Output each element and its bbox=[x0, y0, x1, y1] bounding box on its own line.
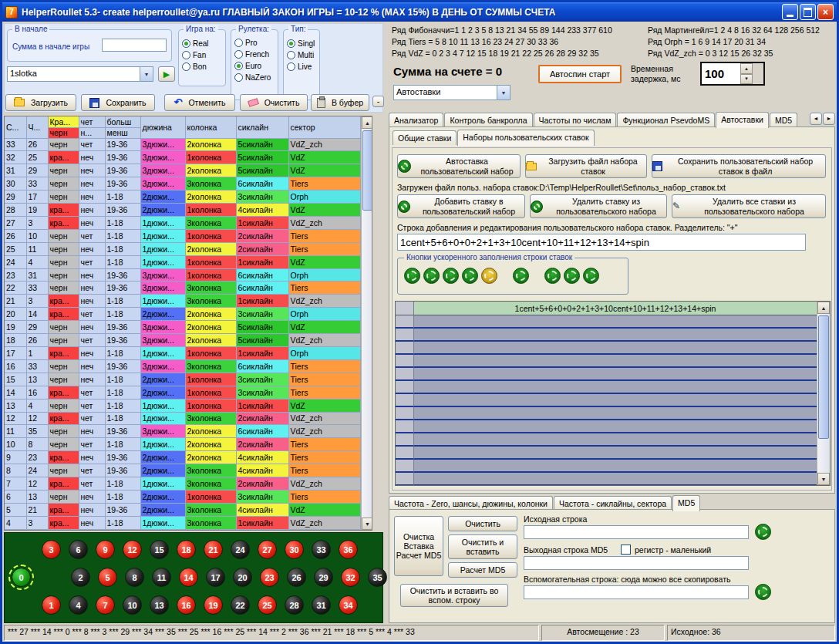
table-row[interactable]: 1513черннеч1-182дюжи...1колонка3сиклайнT… bbox=[5, 373, 360, 386]
bet-list-row[interactable] bbox=[396, 329, 817, 342]
load-button[interactable]: Загрузить bbox=[5, 94, 76, 111]
bet-list-row[interactable] bbox=[396, 473, 817, 485]
board-number-35[interactable]: 35 bbox=[368, 568, 387, 587]
tab-main-1[interactable]: Контроль банкролла bbox=[444, 113, 532, 127]
chip-button[interactable] bbox=[544, 268, 561, 284]
buffer-button[interactable]: В буфер bbox=[311, 94, 369, 111]
board-number-0[interactable]: 0 bbox=[12, 568, 31, 587]
play-button[interactable]: ▶ bbox=[158, 66, 175, 82]
tab-main-4[interactable]: Автоставки bbox=[716, 112, 769, 128]
table-row[interactable]: 1929черннеч19-363дюжи...2колонка5сиклайн… bbox=[5, 321, 360, 334]
table-row[interactable]: 3225кра...неч19-363дюжи...1колонка5сикла… bbox=[5, 151, 360, 164]
board-number-25[interactable]: 25 bbox=[258, 595, 277, 615]
column-header-1[interactable]: Ч... bbox=[26, 116, 48, 138]
board-number-13[interactable]: 13 bbox=[150, 595, 169, 615]
radio-option-multi[interactable]: Multi bbox=[287, 51, 315, 59]
board-number-33[interactable]: 33 bbox=[312, 540, 331, 559]
table-row[interactable]: 1416кра...чет1-182дюжи...1колонка3сиклай… bbox=[5, 386, 360, 399]
board-number-26[interactable]: 26 bbox=[287, 568, 306, 587]
table-row[interactable]: 2511черннеч1-181дюжи...2колонка2сиклайнT… bbox=[5, 242, 360, 255]
radio-option-singl[interactable]: Singl bbox=[287, 39, 315, 48]
tab-bottom-2[interactable]: MD5 bbox=[672, 495, 700, 511]
scroll-up-icon[interactable]: ▲ bbox=[362, 116, 373, 129]
radio-option-french[interactable]: French bbox=[234, 50, 271, 59]
radio-option-nazero[interactable]: NaZero bbox=[234, 73, 271, 82]
board-number-34[interactable]: 34 bbox=[339, 595, 358, 615]
restore-button[interactable] bbox=[800, 4, 816, 20]
column-header-8[interactable]: сектор bbox=[288, 116, 360, 138]
close-button[interactable]: × bbox=[817, 4, 834, 20]
table-row[interactable]: 712кра...чет1-181дюжи...3колонка2сиклайн… bbox=[5, 477, 360, 491]
board-number-30[interactable]: 30 bbox=[285, 540, 304, 559]
md5-helper-action-button[interactable] bbox=[755, 584, 771, 600]
board-number-21[interactable]: 21 bbox=[204, 540, 223, 559]
chip-button[interactable] bbox=[481, 268, 497, 284]
md5-helper-input[interactable] bbox=[524, 585, 749, 599]
board-number-12[interactable]: 12 bbox=[123, 540, 142, 559]
column-header-7[interactable]: сиклайн bbox=[236, 116, 288, 138]
board-number-31[interactable]: 31 bbox=[312, 595, 331, 615]
table-row[interactable]: 2014кра...чет1-182дюжи...2колонка3сиклай… bbox=[5, 308, 360, 321]
board-number-6[interactable]: 6 bbox=[69, 540, 88, 559]
chip-button[interactable] bbox=[462, 268, 478, 284]
tab-main-2[interactable]: Частоты по числам bbox=[534, 113, 617, 127]
table-row[interactable]: 1633черннеч19-363дюжи...3колонка6сиклайн… bbox=[5, 359, 360, 373]
md5-output-input[interactable] bbox=[524, 556, 749, 570]
column-header-0[interactable]: С... bbox=[5, 116, 26, 138]
board-number-29[interactable]: 29 bbox=[314, 568, 333, 587]
board-number-27[interactable]: 27 bbox=[258, 540, 277, 559]
board-number-2[interactable]: 2 bbox=[71, 568, 90, 587]
tab-main-3[interactable]: Функционал PsevdoMS bbox=[617, 113, 715, 127]
board-number-23[interactable]: 23 bbox=[260, 568, 279, 587]
tab-sub-1[interactable]: Наборы пользовательских ставок bbox=[457, 130, 594, 146]
board-number-17[interactable]: 17 bbox=[206, 568, 225, 587]
column-subheader-2[interactable]: черн bbox=[48, 127, 79, 138]
lowercase-checkbox[interactable] bbox=[621, 545, 631, 555]
table-row[interactable]: 2331черннеч19-363дюжи...1колонка6сиклайн… bbox=[5, 268, 360, 282]
table-scrollbar[interactable]: ▲ ▼ bbox=[361, 116, 373, 530]
md5-clear-paste-helper-button[interactable]: Очистить и вставить во вспом. строку bbox=[400, 584, 508, 607]
scrollbar-thumb[interactable] bbox=[362, 130, 373, 211]
scroll-down-icon[interactable]: ▼ bbox=[362, 518, 373, 530]
bet-string-input[interactable] bbox=[397, 234, 806, 251]
table-row[interactable]: 213кра...неч1-181дюжи...3колонка1сиклайн… bbox=[5, 295, 360, 308]
table-row[interactable]: 3033черннеч19-363дюжи...3колонка6сиклайн… bbox=[5, 177, 360, 191]
board-number-1[interactable]: 1 bbox=[42, 595, 61, 615]
scroll-down-icon[interactable]: ▼ bbox=[817, 473, 830, 485]
table-row[interactable]: 521кра...неч19-362дюжи...3колонка4сиклай… bbox=[5, 503, 360, 516]
bet-list-row[interactable] bbox=[396, 315, 817, 329]
undo-button[interactable]: ↶ Отменить bbox=[164, 94, 235, 111]
board-number-9[interactable]: 9 bbox=[96, 540, 115, 559]
board-number-24[interactable]: 24 bbox=[231, 540, 250, 559]
md5-clear-button[interactable]: Очистить bbox=[448, 516, 517, 531]
slot-combobox[interactable]: 1slotka ▼ bbox=[7, 66, 153, 82]
chevron-down-icon[interactable]: ▼ bbox=[140, 67, 153, 81]
chip-button[interactable] bbox=[404, 268, 420, 284]
delay-input[interactable] bbox=[702, 63, 740, 84]
md5-calc-button[interactable]: Расчет MD5 bbox=[448, 562, 517, 578]
board-number-8[interactable]: 8 bbox=[125, 568, 144, 587]
board-number-4[interactable]: 4 bbox=[69, 595, 88, 615]
column-subheader-3[interactable]: н... bbox=[79, 127, 105, 138]
board-number-15[interactable]: 15 bbox=[150, 540, 169, 559]
save-button[interactable]: Сохранить bbox=[81, 94, 155, 111]
radio-option-euro[interactable]: Euro bbox=[234, 62, 271, 70]
table-row[interactable]: 108чернчет1-181дюжи...2колонка2сиклайнTi… bbox=[5, 438, 360, 451]
board-number-14[interactable]: 14 bbox=[179, 568, 198, 587]
tab-sub-0[interactable]: Общие ставки bbox=[393, 130, 457, 145]
board-number-22[interactable]: 22 bbox=[231, 595, 250, 615]
bet-list-row[interactable] bbox=[396, 460, 817, 473]
bet-list-row[interactable] bbox=[396, 342, 817, 355]
board-number-18[interactable]: 18 bbox=[177, 540, 196, 559]
scrollbar-thumb[interactable] bbox=[818, 315, 829, 439]
column-header-3[interactable]: чет bbox=[79, 116, 105, 127]
radio-option-live[interactable]: Live bbox=[287, 62, 315, 71]
board-number-20[interactable]: 20 bbox=[233, 568, 252, 587]
chip-button[interactable] bbox=[583, 268, 599, 284]
autostake-set-button[interactable]: Автоставка пользовательский набор bbox=[397, 154, 521, 178]
table-row[interactable]: 171кра...неч1-181дюжи...1колонка1сиклайн… bbox=[5, 347, 360, 360]
remove-all-bets-button[interactable]: ✎ Удалить все ставки из пользовательског… bbox=[672, 194, 826, 218]
chevron-down-icon[interactable]: ▼ bbox=[497, 86, 510, 99]
column-header-4[interactable]: больш bbox=[105, 116, 140, 127]
save-set-file-button[interactable]: Сохранить пользовательский набор ставок … bbox=[652, 154, 826, 178]
